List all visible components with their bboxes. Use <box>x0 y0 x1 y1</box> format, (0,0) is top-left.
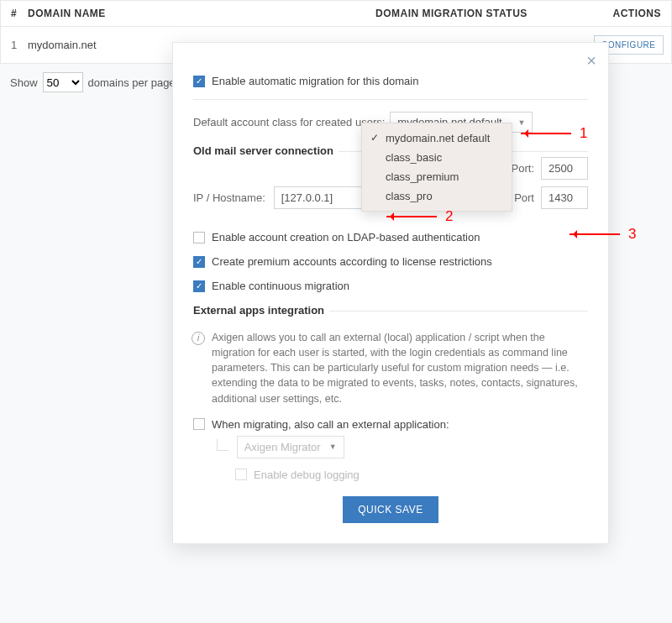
enable-auto-migration-checkbox[interactable]: ✓ <box>193 76 205 87</box>
pager-count-select[interactable]: 50 <box>43 72 83 92</box>
pager-show-label: Show <box>10 76 38 89</box>
row-num: 1 <box>11 39 28 51</box>
col-domain-name: DOMAIN NAME <box>28 8 375 19</box>
col-migration-status: DOMAIN MIGRATION STATUS <box>375 8 594 19</box>
close-icon[interactable]: × <box>586 51 596 71</box>
enable-auto-migration-label: Enable automatic migration for this doma… <box>212 75 418 87</box>
migration-config-modal: × ✓ Enable automatic migration for this … <box>172 42 609 101</box>
pager-suffix: domains per page <box>88 76 176 89</box>
col-num: # <box>11 8 28 19</box>
table-header: # DOMAIN NAME DOMAIN MIGRATION STATUS AC… <box>0 0 672 27</box>
col-actions: ACTIONS <box>594 8 661 19</box>
